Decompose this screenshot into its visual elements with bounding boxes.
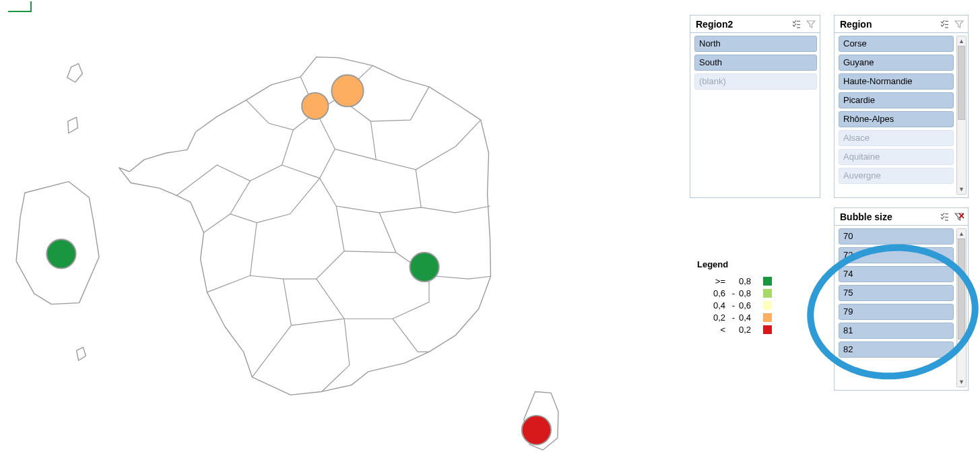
multi-select-icon[interactable] <box>790 18 802 30</box>
legend-dash: - <box>728 288 739 298</box>
slicer-item[interactable]: Guyane <box>839 55 954 71</box>
legend-swatch <box>763 325 772 334</box>
legend-upper: 0,2 <box>739 325 759 335</box>
scroll-up-icon[interactable]: ▲ <box>957 229 966 238</box>
scroll-up-icon[interactable]: ▲ <box>957 36 966 46</box>
slicer-title: Region <box>840 19 938 30</box>
slicer-item[interactable]: 82 <box>839 341 954 358</box>
slicer-bubble-size[interactable]: Bubble size 70727475798182 ▲ <box>834 207 969 391</box>
slicer-item[interactable]: 74 <box>839 266 954 282</box>
slicer-item[interactable]: 75 <box>839 285 954 301</box>
slicer-item[interactable]: (blank) <box>694 73 817 90</box>
bubble-guyane[interactable] <box>46 239 75 268</box>
legend-prefix: 0,4 <box>697 300 728 310</box>
slicer-item[interactable]: Corse <box>839 36 954 52</box>
legend-upper: 0,6 <box>739 300 759 310</box>
legend-row: <0,2 <box>697 323 785 335</box>
legend-upper: 0,8 <box>739 288 759 298</box>
slicer-item[interactable]: Aquitaine <box>839 149 954 165</box>
legend-swatch <box>763 313 772 322</box>
multi-select-icon[interactable] <box>938 18 950 30</box>
scroll-down-icon[interactable]: ▼ <box>957 185 966 194</box>
slicer-item[interactable]: Rhône-Alpes <box>839 111 954 127</box>
slicer-scrollbar[interactable]: ▲ ▼ <box>956 36 967 195</box>
legend-prefix: >= <box>697 276 728 286</box>
slicer-item[interactable]: Haute-Normandie <box>839 73 954 90</box>
legend-row: 0,2-0,4 <box>697 311 785 323</box>
slicer-region2[interactable]: Region2 NorthSouth(blank) <box>690 15 820 198</box>
legend-prefix: 0,6 <box>697 288 728 298</box>
legend-dash: - <box>728 313 739 323</box>
bubble-corse[interactable] <box>522 416 551 445</box>
legend-prefix: < <box>697 325 728 335</box>
clear-filter-icon[interactable] <box>953 211 965 223</box>
scroll-down-icon[interactable]: ▼ <box>957 377 966 387</box>
legend-upper: 0,4 <box>739 313 759 323</box>
map-legend: Legend >=0,80,6-0,80,4-0,60,2-0,4<0,2 <box>697 259 785 335</box>
legend-upper: 0,8 <box>739 276 759 286</box>
slicer-title: Region2 <box>696 19 790 30</box>
legend-swatch <box>763 301 772 310</box>
bubble-hnorm[interactable] <box>302 93 328 119</box>
slicer-item[interactable]: South <box>694 55 817 71</box>
slicer-item[interactable]: Alsace <box>839 130 954 146</box>
legend-title: Legend <box>697 259 785 269</box>
slicer-item[interactable]: North <box>694 36 817 52</box>
scroll-thumb[interactable] <box>958 238 965 339</box>
legend-prefix: 0,2 <box>697 313 728 323</box>
legend-row: >=0,8 <box>697 275 785 287</box>
bubble-rhone[interactable] <box>410 253 438 282</box>
slicer-item[interactable]: 81 <box>839 323 954 339</box>
france-map <box>0 40 613 451</box>
slicer-region[interactable]: Region CorseGuyaneHaute-NormandiePicardi… <box>834 15 969 198</box>
multi-select-icon[interactable] <box>938 211 950 223</box>
legend-dash: - <box>728 300 739 310</box>
slicer-item[interactable]: Auvergne <box>839 168 954 184</box>
slicer-title: Bubble size <box>840 211 938 222</box>
slicer-item[interactable]: 70 <box>839 228 954 244</box>
scroll-thumb[interactable] <box>958 46 965 120</box>
slicer-item[interactable]: Picardie <box>839 92 954 108</box>
clear-filter-icon[interactable] <box>953 18 965 30</box>
slicer-item[interactable]: 79 <box>839 304 954 320</box>
legend-swatch <box>763 289 772 298</box>
active-cell-corner <box>8 1 32 12</box>
legend-swatch <box>763 277 772 286</box>
legend-row: 0,4-0,6 <box>697 299 785 311</box>
slicer-scrollbar[interactable]: ▲ ▼ <box>956 228 967 387</box>
bubble-picardie[interactable] <box>331 75 363 106</box>
slicer-item[interactable]: 72 <box>839 247 954 263</box>
clear-filter-icon[interactable] <box>805 18 817 30</box>
legend-row: 0,6-0,8 <box>697 287 785 299</box>
